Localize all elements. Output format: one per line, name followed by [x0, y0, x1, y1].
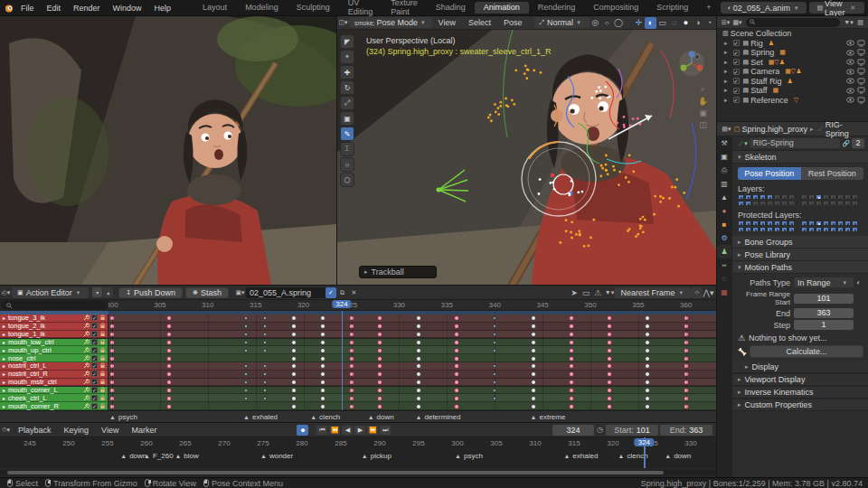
keyframe-small[interactable]: [244, 333, 248, 336]
keyframe-unsel[interactable]: [416, 315, 421, 321]
keyframe-row[interactable]: [108, 379, 716, 387]
keyframe-sel[interactable]: [166, 363, 172, 369]
orientation-dropdown[interactable]: ⤢ Normal ▾: [534, 17, 590, 28]
extra-tool[interactable]: ⬡: [340, 173, 354, 187]
keyframe-unsel[interactable]: [291, 380, 297, 385]
expand-arrow-icon[interactable]: ▸: [724, 97, 728, 104]
lock-icon[interactable]: [99, 403, 106, 409]
outliner-options-icon[interactable]: ▧: [854, 16, 866, 28]
current-frame-badge[interactable]: 324: [332, 300, 351, 308]
channel-checkbox[interactable]: ✓: [91, 331, 98, 337]
layer-toggle[interactable]: [844, 194, 851, 200]
channel-checkbox[interactable]: ✓: [91, 347, 98, 353]
layer-toggle[interactable]: [781, 194, 788, 200]
wrench-icon[interactable]: [83, 314, 90, 321]
layer-toggle[interactable]: [781, 227, 788, 232]
expand-arrow-icon[interactable]: ▸: [724, 87, 728, 94]
funnel-filter-icon[interactable]: ▼▾: [843, 16, 854, 28]
keyframe-unsel[interactable]: [531, 356, 536, 361]
keyframe-unsel[interactable]: [416, 340, 421, 345]
keyframe-sel[interactable]: [684, 404, 689, 409]
keyframe-sel[interactable]: [454, 363, 459, 369]
rotate-tool[interactable]: ↻: [340, 80, 354, 95]
keyframe-unsel[interactable]: [291, 315, 297, 321]
keyframe-sel[interactable]: [569, 396, 574, 401]
keyframe-small[interactable]: [244, 316, 248, 320]
physics-tab[interactable]: ◌: [717, 272, 731, 286]
channel-checkbox[interactable]: ✓: [91, 379, 98, 385]
expand-arrow-icon[interactable]: ▸: [3, 403, 5, 409]
keyframe-sel[interactable]: [607, 388, 612, 393]
layer-toggle[interactable]: [808, 221, 815, 226]
shading-material-icon[interactable]: ◑: [692, 17, 703, 29]
keyframe-unsel[interactable]: [320, 396, 326, 401]
keyframe-small[interactable]: [493, 324, 496, 328]
keyframe-unsel[interactable]: [291, 363, 297, 369]
keyframe-row[interactable]: [108, 331, 716, 339]
layer-toggle[interactable]: [752, 227, 759, 232]
paths-type-dropdown[interactable]: In Range▾: [794, 277, 854, 287]
viewport-menu-select[interactable]: Select: [462, 18, 497, 27]
current-frame-line[interactable]: [342, 311, 344, 410]
close-icon[interactable]: ✕: [850, 5, 855, 12]
cursor-tool[interactable]: ⌖: [340, 50, 354, 64]
layer-toggle[interactable]: [752, 194, 759, 200]
move-tool[interactable]: ✚: [340, 65, 354, 80]
keyframe-unsel[interactable]: [531, 388, 536, 393]
channel-mouth_corner_R[interactable]: ▸mouth_corner_R✓: [0, 402, 108, 410]
channel-checkbox[interactable]: ✓: [91, 387, 98, 393]
keyframe-sel[interactable]: [166, 371, 172, 377]
keyframe-row[interactable]: [108, 314, 716, 323]
move-down-icon[interactable]: ▾: [92, 287, 102, 297]
keyframe-unsel[interactable]: [320, 371, 326, 377]
keyframe-row[interactable]: [108, 402, 716, 410]
keyframe-sel[interactable]: [684, 348, 689, 353]
hide-eye-icon[interactable]: [846, 78, 854, 84]
keyframe-unsel[interactable]: [416, 388, 421, 393]
keyframe-sel[interactable]: [607, 332, 612, 337]
layer-toggle[interactable]: [808, 227, 815, 232]
layer-toggle[interactable]: [767, 227, 773, 232]
expand-arrow-icon[interactable]: ▸: [724, 78, 728, 85]
keyframe-sel[interactable]: [166, 324, 172, 329]
layer-toggle[interactable]: [767, 201, 773, 206]
snap-toggle-icon[interactable]: ⌔: [692, 287, 703, 298]
collection-checkbox[interactable]: ✓: [733, 40, 740, 46]
keyframe-unsel[interactable]: [320, 348, 326, 353]
layer-toggle[interactable]: [801, 201, 807, 206]
keyframe-sel[interactable]: [684, 396, 689, 401]
xray-toggle-icon[interactable]: ▭: [656, 17, 668, 29]
menu-render[interactable]: Render: [67, 4, 107, 13]
keyframe-unsel[interactable]: [416, 348, 421, 353]
layer-toggle[interactable]: [808, 201, 815, 206]
keyframe-sel[interactable]: [684, 340, 689, 345]
layer-toggle[interactable]: [774, 201, 780, 206]
keyframe-row[interactable]: [108, 371, 716, 379]
keyframe-unsel[interactable]: [320, 315, 326, 321]
keyframe-unsel[interactable]: [320, 340, 326, 345]
keyframe-unsel[interactable]: [531, 363, 536, 369]
outliner-item-spring[interactable]: ▸✓▤Spring▦: [717, 48, 868, 58]
layer-toggle[interactable]: [830, 227, 836, 232]
lock-icon[interactable]: [99, 323, 106, 329]
bone-tab[interactable]: ⑅: [717, 258, 731, 272]
layer-toggle[interactable]: [852, 194, 858, 200]
keyframe-sel[interactable]: [109, 315, 115, 321]
end-frame-field[interactable]: End:363: [660, 425, 712, 436]
lock-icon[interactable]: [99, 387, 106, 393]
workspace-tab-rendering[interactable]: Rendering: [529, 2, 585, 14]
wrench-icon[interactable]: [83, 395, 90, 401]
hide-eye-icon[interactable]: [846, 59, 854, 65]
expand-arrow-icon[interactable]: ▸: [3, 362, 5, 369]
layer-toggle[interactable]: [774, 227, 780, 232]
object-tab[interactable]: ■: [717, 218, 731, 231]
keyframe-sel[interactable]: [109, 348, 115, 353]
use-preview-range-icon[interactable]: ◷: [594, 424, 606, 436]
layer-toggle[interactable]: [823, 194, 829, 200]
keyframe-unsel[interactable]: [531, 380, 536, 385]
keyframe-unsel[interactable]: [531, 340, 536, 345]
layer-toggle[interactable]: [738, 221, 744, 226]
keyframe-sel[interactable]: [454, 371, 459, 377]
keyframe-unsel[interactable]: [645, 396, 650, 401]
lock-icon[interactable]: [99, 395, 106, 401]
